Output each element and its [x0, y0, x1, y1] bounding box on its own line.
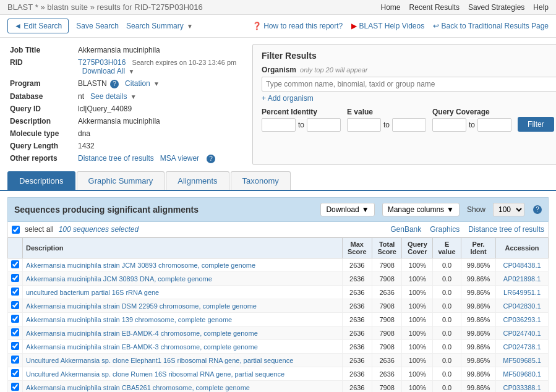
query-coverage-to-input[interactable] — [477, 118, 511, 132]
download-button[interactable]: Download ▼ — [320, 203, 374, 216]
results-section: Sequences producing significant alignmen… — [0, 197, 556, 392]
row-total-score: 2636 — [372, 286, 401, 299]
row-checkbox-cell[interactable] — [8, 286, 23, 299]
row-description: Akkermansia muciniphila strain CBA5261 c… — [23, 381, 343, 393]
row-checkbox[interactable] — [11, 356, 19, 364]
nav-saved-strategies[interactable]: Saved Strategies — [468, 3, 524, 12]
genbank-link[interactable]: GenBank — [390, 225, 421, 234]
edit-search-button[interactable]: ◄ Edit Search — [7, 19, 69, 33]
distance-tree-results-link[interactable]: Distance tree of results — [468, 225, 544, 234]
other-reports-row: Other reports Distance tree of results M… — [7, 152, 242, 165]
nav-home[interactable]: Home — [381, 3, 401, 12]
results-info-icon[interactable]: ? — [533, 205, 542, 214]
msa-viewer-link[interactable]: MSA viewer — [160, 154, 199, 163]
row-checkbox[interactable] — [11, 274, 19, 282]
manage-columns-button[interactable]: Manage columns ▼ — [382, 203, 460, 216]
select-all-checkbox[interactable] — [12, 226, 20, 234]
row-checkbox-cell[interactable] — [8, 326, 23, 340]
query-coverage-label: Query Coverage — [432, 108, 511, 116]
row-checkbox-cell[interactable] — [8, 367, 23, 381]
search-summary-arrow: ▼ — [187, 23, 193, 30]
percent-identity-to-input[interactable] — [307, 118, 341, 132]
row-checkbox-cell[interactable] — [8, 354, 23, 367]
row-accession-link[interactable]: CP033388.1 — [503, 384, 541, 391]
row-checkbox[interactable] — [11, 342, 19, 350]
row-description: Uncultured Akkermansia sp. clone Rumen 1… — [23, 367, 343, 381]
back-to-traditional-link[interactable]: ↩ Back to Traditional Results Page — [433, 22, 549, 30]
row-checkbox-cell[interactable] — [8, 272, 23, 286]
see-details-link[interactable]: See details ▼ — [90, 92, 137, 101]
row-checkbox[interactable] — [11, 328, 19, 336]
e-value-from[interactable] — [347, 118, 381, 132]
tab-taxonomy[interactable]: Taxonomy — [231, 171, 291, 190]
row-max-score: 2636 — [342, 367, 372, 381]
row-checkbox[interactable] — [11, 315, 19, 323]
show-select[interactable]: 100 50 20 — [493, 203, 524, 216]
th-description: Description — [23, 238, 343, 258]
row-description-link[interactable]: Uncultured Akkermansia sp. clone Rumen 1… — [26, 370, 284, 378]
program-info-icon[interactable]: ? — [110, 80, 119, 88]
download-all-link[interactable]: Download All ▼ — [82, 67, 135, 75]
percent-identity-from[interactable] — [262, 118, 296, 132]
job-title-value: Akkermansia muciniphila — [75, 44, 242, 56]
row-accession-link[interactable]: CP048438.1 — [503, 262, 541, 269]
tab-graphic-summary[interactable]: Graphic Summary — [77, 171, 165, 190]
row-description-link[interactable]: Akkermansia muciniphila strain EB-AMDK-3… — [26, 343, 258, 351]
row-checkbox[interactable] — [11, 369, 19, 377]
breadcrumb-results: results for RID-T275P03H016 — [97, 2, 203, 12]
row-accession-link[interactable]: MF509685.1 — [503, 357, 541, 364]
row-accession-link[interactable]: CP042830.1 — [503, 302, 541, 310]
row-total-score: 2636 — [372, 354, 401, 367]
description-label: Description — [7, 115, 75, 127]
blast-help-videos-link[interactable]: ▶ BLAST Help Videos — [351, 22, 424, 30]
row-description-link[interactable]: Akkermansia muciniphila strain DSM 22959… — [26, 302, 257, 310]
row-checkbox-cell[interactable] — [8, 258, 23, 272]
row-accession-link[interactable]: LR649951.1 — [503, 289, 541, 296]
row-accession: CP048438.1 — [496, 258, 549, 272]
row-checkbox[interactable] — [11, 383, 19, 391]
select-all-label: select all — [25, 225, 54, 234]
nav-help[interactable]: Help — [533, 3, 549, 12]
row-description-link[interactable]: Akkermansia muciniphila strain JCM 30893… — [26, 262, 255, 269]
row-description: Akkermansia muciniphila JCM 30893 DNA, c… — [23, 272, 343, 286]
row-query-cover: 100% — [402, 258, 433, 272]
row-accession-link[interactable]: CP036293.1 — [503, 316, 541, 323]
tab-alignments[interactable]: Alignments — [166, 171, 229, 190]
save-search-link[interactable]: Save Search — [76, 22, 119, 30]
row-accession-link[interactable]: CP024740.1 — [503, 330, 541, 337]
row-description-link[interactable]: Akkermansia muciniphila strain 139 chrom… — [26, 316, 232, 323]
distance-tree-link[interactable]: Distance tree of results — [78, 154, 154, 163]
organism-input[interactable] — [262, 77, 556, 92]
add-organism-link[interactable]: Add organism — [262, 94, 314, 103]
search-summary-link[interactable]: Search Summary ▼ — [126, 22, 193, 30]
row-checkbox[interactable] — [11, 260, 19, 268]
row-checkbox[interactable] — [11, 288, 19, 296]
row-accession-link[interactable]: MF509680.1 — [503, 370, 541, 378]
row-checkbox-cell[interactable] — [8, 313, 23, 326]
row-description-link[interactable]: Uncultured Akkermansia sp. clone Elephan… — [26, 357, 293, 364]
rid-link[interactable]: T275P03H016 — [78, 58, 126, 67]
row-accession-link[interactable]: AP021898.1 — [503, 275, 541, 283]
row-accession: CP024740.1 — [496, 326, 549, 340]
row-description-link[interactable]: Akkermansia muciniphila strain CBA5261 c… — [26, 384, 250, 391]
row-accession-link[interactable]: CP024738.1 — [503, 343, 541, 351]
row-description-link[interactable]: Akkermansia muciniphila strain EB-AMDK-4… — [26, 330, 258, 337]
filter-button[interactable]: Filter — [518, 117, 554, 132]
graphics-link[interactable]: Graphics — [430, 225, 460, 234]
row-description-link[interactable]: uncultured bacterium partial 16S rRNA ge… — [26, 289, 159, 296]
tab-descriptions[interactable]: Descriptions — [7, 171, 75, 190]
row-per-ident: 99.86% — [461, 326, 495, 340]
query-coverage-from[interactable] — [432, 118, 466, 132]
row-checkbox[interactable] — [11, 301, 19, 309]
nav-recent-results[interactable]: Recent Results — [409, 3, 460, 12]
how-to-read-link[interactable]: ❓ How to read this report? — [252, 22, 343, 30]
row-description-link[interactable]: Akkermansia muciniphila JCM 30893 DNA, c… — [26, 275, 212, 283]
row-checkbox-cell[interactable] — [8, 299, 23, 313]
row-query-cover: 100% — [402, 367, 433, 381]
row-checkbox-cell[interactable] — [8, 381, 23, 393]
th-accession: Accession — [496, 238, 549, 258]
citation-link[interactable]: Citation ▼ — [125, 79, 160, 88]
other-reports-info-icon[interactable]: ? — [207, 155, 215, 163]
e-value-to-input[interactable] — [392, 118, 426, 132]
row-checkbox-cell[interactable] — [8, 340, 23, 354]
